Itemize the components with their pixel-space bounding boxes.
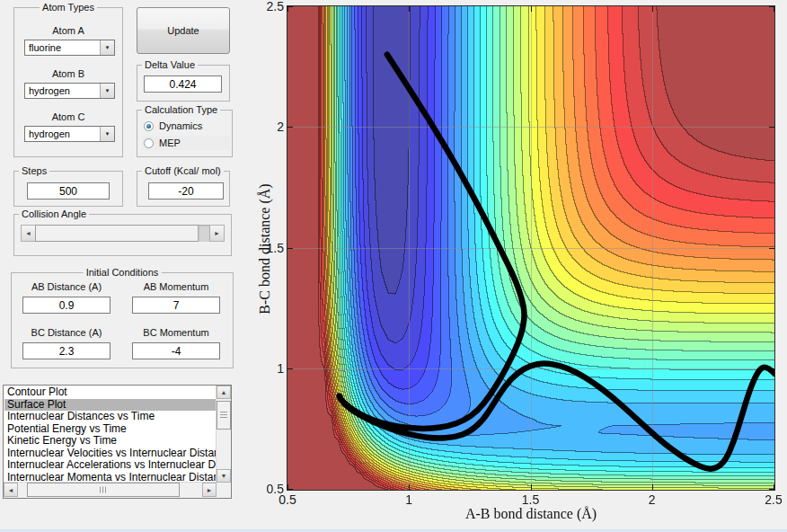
update-button[interactable]: Update xyxy=(137,7,230,54)
steps-field[interactable] xyxy=(27,182,110,200)
chevron-down-icon[interactable]: ▼ xyxy=(100,127,114,141)
initial-condition-label: AB Distance (A) xyxy=(13,281,120,292)
horizontal-scroll-thumb[interactable] xyxy=(27,483,180,497)
scroll-right-arrow-icon[interactable]: ► xyxy=(202,483,217,497)
initial-condition-label: BC Distance (A) xyxy=(13,327,120,338)
cutoff-title: Cutoff (Kcal/ mol) xyxy=(142,164,224,177)
scroll-up-arrow-icon[interactable]: ▲ xyxy=(217,386,231,399)
radio-dynamics-label: Dynamics xyxy=(159,120,202,131)
atom-c-label: Atom C xyxy=(13,111,123,122)
atom-a-dropdown[interactable]: fluorine▼ xyxy=(24,40,115,56)
x-tick-label: 1 xyxy=(389,492,429,507)
y-tick-label: 2.5 xyxy=(257,0,284,13)
atom-b-dropdown[interactable]: hydrogen▼ xyxy=(24,83,115,99)
list-item[interactable]: Internuclear Velocities vs Internuclear … xyxy=(4,448,216,460)
y-tick-label: 1 xyxy=(257,361,284,376)
figure-area: 0.511.522.50.511.522.5 A-B bond distance… xyxy=(261,0,787,532)
initial-condition-label: AB Momentum xyxy=(122,281,230,292)
atom-types-title: Atom Types xyxy=(40,1,97,13)
list-item[interactable]: Contour Plot xyxy=(4,386,216,399)
mep-row-strip xyxy=(142,137,230,150)
scroll-left-arrow-icon[interactable]: ◄ xyxy=(4,483,18,497)
thumb-grip xyxy=(220,412,227,419)
steps-title: Steps xyxy=(19,164,49,177)
chevron-down-icon[interactable]: ▼ xyxy=(100,40,114,55)
chevron-down-icon[interactable]: ▼ xyxy=(100,84,114,98)
y-tick-label: 2 xyxy=(257,120,284,134)
potential-surface-contour-plot xyxy=(287,5,775,491)
collision-angle-slider[interactable]: ◄ ► xyxy=(21,225,225,242)
plot-type-listbox[interactable]: Contour PlotSurface PlotInternuclear Dis… xyxy=(3,385,232,499)
x-tick-label: 2 xyxy=(632,492,672,507)
listbox-horizontal-scrollbar[interactable]: ◄ ► xyxy=(4,482,217,498)
y-axis-label: B-C bond distance (Å) xyxy=(257,173,273,325)
scroll-down-arrow-icon[interactable]: ▼ xyxy=(217,469,231,483)
slider-right-arrow-icon[interactable]: ► xyxy=(209,225,225,242)
scrollbar-corner xyxy=(217,483,231,498)
initial-conditions-title: Initial Conditions xyxy=(84,266,162,279)
dropdown-value: hydrogen xyxy=(29,84,70,97)
list-item[interactable]: Surface Plot xyxy=(4,399,216,412)
collision-angle-title: Collision Angle xyxy=(19,208,89,220)
slider-track[interactable] xyxy=(198,225,209,242)
vertical-scroll-thumb[interactable] xyxy=(217,401,231,430)
bc-distance-a-field[interactable] xyxy=(22,342,111,359)
radio-mep-label: MEP xyxy=(159,137,181,148)
ab-distance-a-field[interactable] xyxy=(22,297,111,314)
cutoff-field[interactable] xyxy=(148,182,224,200)
dropdown-value: fluorine xyxy=(29,41,61,54)
list-item[interactable]: Internuclear Accelerations vs Internucle… xyxy=(4,459,216,472)
list-item[interactable]: Internuclear Distances vs Time xyxy=(4,411,216,423)
atom-a-label: Atom A xyxy=(13,25,123,36)
initial-condition-label: BC Momentum xyxy=(122,327,230,338)
list-item[interactable]: Potential Energy vs Time xyxy=(4,423,216,436)
listbox-vertical-scrollbar[interactable]: ▲ ▼ xyxy=(216,386,231,483)
y-tick-label: 0.5 xyxy=(257,482,284,496)
atom-c-dropdown[interactable]: hydrogen▼ xyxy=(24,126,115,142)
ab-momentum-field[interactable] xyxy=(132,297,220,314)
thumb-grip xyxy=(100,487,108,493)
slider-thumb[interactable] xyxy=(35,225,199,242)
calculation-type-title: Calculation Type xyxy=(142,103,220,116)
x-axis-label: A-B bond distance (Å) xyxy=(387,506,675,522)
delta-value-title: Delta Value xyxy=(142,58,198,71)
dropdown-value: hydrogen xyxy=(29,128,70,140)
bc-momentum-field[interactable] xyxy=(132,342,220,359)
calculation-type-panel: Calculation Type xyxy=(137,110,233,157)
radio-mep[interactable] xyxy=(144,138,154,148)
slider-left-arrow-icon[interactable]: ◄ xyxy=(21,225,36,242)
radio-dynamics[interactable] xyxy=(144,121,154,131)
atom-b-label: Atom B xyxy=(13,68,123,79)
x-tick-label: 2.5 xyxy=(754,492,787,507)
application-window: Atom Types Atom Afluorine▼Atom Bhydrogen… xyxy=(0,0,787,532)
delta-value-field[interactable] xyxy=(144,75,222,93)
list-item[interactable]: Kinetic Energy vs Time xyxy=(4,435,216,448)
x-tick-label: 1.5 xyxy=(511,492,551,507)
